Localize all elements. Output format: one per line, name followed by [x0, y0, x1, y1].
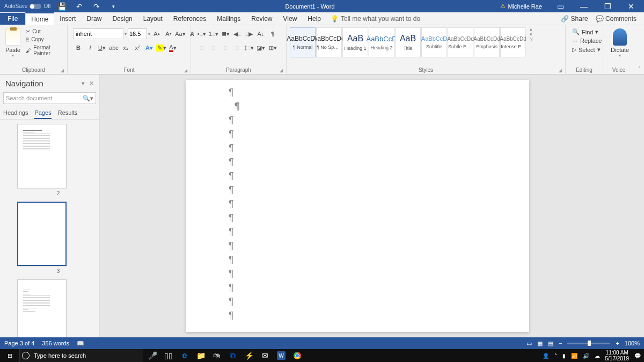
- collapse-ribbon-icon[interactable]: ˄: [634, 25, 644, 74]
- zoom-in-icon[interactable]: +: [616, 340, 619, 346]
- style-heading-2[interactable]: AaBbCcDHeading 2: [369, 27, 394, 57]
- tray-up-icon[interactable]: ˄: [554, 353, 557, 359]
- styles-launcher-icon[interactable]: ◢: [559, 68, 562, 73]
- underline-button[interactable]: U▾: [97, 42, 107, 53]
- style-subtle-em-[interactable]: AaBbCcDdSubtle Em...: [448, 27, 473, 57]
- cut-button[interactable]: ✂Cut: [26, 28, 63, 34]
- autosave-toggle[interactable]: AutoSave Off: [4, 3, 51, 9]
- font-launcher-icon[interactable]: ◢: [184, 68, 187, 73]
- store-icon[interactable]: 🛍: [211, 350, 222, 361]
- bold-button[interactable]: B: [73, 42, 84, 53]
- justify-button[interactable]: ≡: [232, 42, 243, 53]
- zoom-out-icon[interactable]: −: [559, 340, 562, 346]
- tab-draw[interactable]: Draw: [81, 13, 107, 25]
- redo-icon[interactable]: ↷: [91, 1, 103, 12]
- maximize-icon[interactable]: ❐: [597, 1, 618, 12]
- edge-icon[interactable]: e: [179, 350, 190, 361]
- style-heading-1[interactable]: AaBHeading 1: [342, 27, 368, 57]
- nav-tab-headings[interactable]: Headings: [3, 107, 28, 119]
- select-button[interactable]: ▷Select ▾: [572, 46, 602, 53]
- share-button[interactable]: 🔗 Share: [561, 15, 588, 23]
- lightning-icon[interactable]: ⚡: [244, 350, 254, 361]
- page-thumbnail[interactable]: [17, 279, 67, 337]
- chrome-icon[interactable]: [292, 350, 303, 361]
- tab-design[interactable]: Design: [107, 13, 137, 25]
- decrease-indent-button[interactable]: ◀≡: [232, 28, 243, 39]
- notifications-icon[interactable]: 💬: [634, 353, 641, 359]
- format-painter-button[interactable]: 🖌Format Painter: [26, 45, 63, 56]
- borders-button[interactable]: ⊞▾: [267, 42, 278, 53]
- styles-scroll-down-icon[interactable]: ▾: [530, 32, 533, 37]
- volume-icon[interactable]: 🔊: [583, 353, 589, 359]
- taskbar-search[interactable]: Type here to search: [19, 349, 143, 362]
- close-icon[interactable]: ✕: [620, 1, 642, 12]
- superscript-button[interactable]: x²: [132, 42, 143, 53]
- line-spacing-button[interactable]: ‡≡▾: [244, 42, 254, 53]
- tab-mailings[interactable]: Mailings: [211, 13, 246, 25]
- highlight-button[interactable]: ✎▾: [156, 42, 166, 53]
- style-emphasis[interactable]: AaBbCcDdEmphasis: [474, 27, 500, 57]
- font-color-button[interactable]: A▾: [167, 42, 178, 53]
- style--no-spac-[interactable]: AaBbCcDd¶ No Spac...: [316, 27, 342, 57]
- styles-more-icon[interactable]: ⊻: [530, 37, 533, 42]
- people-icon[interactable]: 👤: [543, 353, 549, 359]
- tab-references[interactable]: References: [168, 13, 211, 25]
- start-button[interactable]: ⊞: [0, 349, 19, 362]
- undo-icon[interactable]: ↶: [74, 1, 85, 12]
- paragraph-launcher-icon[interactable]: ◢: [280, 68, 283, 73]
- strikethrough-button[interactable]: abc: [108, 42, 119, 53]
- nav-search-input[interactable]: Search document 🔍▾: [3, 92, 96, 104]
- onedrive-icon[interactable]: ☁: [595, 353, 600, 359]
- change-case-button[interactable]: Aa▾: [175, 28, 186, 39]
- styles-scroll-up-icon[interactable]: ▴: [530, 26, 533, 32]
- copy-button[interactable]: ⎘Copy: [26, 36, 63, 42]
- text-effects-button[interactable]: A▾: [144, 42, 155, 53]
- find-button[interactable]: 🔍Find ▾: [572, 28, 602, 35]
- wifi-icon[interactable]: 📶: [571, 353, 577, 359]
- dictate-button[interactable]: Dictate ▾: [605, 26, 634, 60]
- read-mode-icon[interactable]: ▭: [526, 340, 532, 347]
- bullets-button[interactable]: •≡▾: [196, 28, 207, 39]
- font-name-input[interactable]: [73, 28, 123, 39]
- style-subtitle[interactable]: AaBbCcDSubtitle: [421, 27, 447, 57]
- nav-tab-results[interactable]: Results: [58, 107, 78, 119]
- dropbox-icon[interactable]: ⧉: [228, 350, 238, 361]
- increase-indent-button[interactable]: ≡▶: [244, 28, 254, 39]
- ribbon-options-icon[interactable]: ▭: [550, 1, 571, 12]
- zoom-slider[interactable]: [567, 343, 610, 344]
- nav-close-icon[interactable]: ✕: [89, 80, 94, 87]
- customize-qat-icon[interactable]: ▾: [108, 1, 120, 12]
- align-left-button[interactable]: ≡: [196, 42, 207, 53]
- multilevel-button[interactable]: ≣▾: [220, 28, 231, 39]
- subscript-button[interactable]: x₂: [120, 42, 131, 53]
- tab-home[interactable]: Home: [25, 12, 54, 25]
- zoom-level[interactable]: 100%: [625, 340, 640, 346]
- tab-view[interactable]: View: [278, 13, 303, 25]
- page-thumbnail[interactable]: [17, 124, 67, 188]
- web-layout-icon[interactable]: ▤: [548, 340, 553, 347]
- save-icon[interactable]: 💾: [56, 1, 68, 12]
- tell-me-search[interactable]: 💡 Tell me what you want to do: [331, 15, 420, 23]
- align-right-button[interactable]: ≡: [220, 42, 231, 53]
- tab-layout[interactable]: Layout: [138, 13, 168, 25]
- battery-icon[interactable]: ▮: [562, 353, 566, 359]
- nav-tab-pages[interactable]: Pages: [34, 107, 51, 119]
- document-area[interactable]: ¶ ¶̄ ¶¶¶ ¶¶¶ ¶¶¶ ¶¶¶ ¶¶¶: [100, 75, 644, 337]
- word-count[interactable]: 356 words: [42, 340, 69, 346]
- mic-icon[interactable]: 🎤: [147, 350, 158, 361]
- tab-insert[interactable]: Insert: [54, 13, 81, 25]
- style--normal[interactable]: AaBbCcDd¶ Normal: [290, 27, 316, 57]
- explorer-icon[interactable]: 📁: [195, 350, 206, 361]
- font-size-input[interactable]: [128, 28, 147, 39]
- page-thumbnail[interactable]: [17, 202, 67, 266]
- shading-button[interactable]: ◪▾: [255, 42, 266, 53]
- style-title[interactable]: AaBTitle: [395, 27, 421, 57]
- shrink-font-button[interactable]: A▾: [163, 28, 174, 39]
- comments-button[interactable]: 💬 Comments: [596, 15, 636, 23]
- tab-file[interactable]: File: [0, 13, 25, 25]
- page-indicator[interactable]: Page 3 of 4: [4, 340, 34, 346]
- align-center-button[interactable]: ≡: [208, 42, 219, 53]
- clipboard-launcher-icon[interactable]: ◢: [61, 68, 64, 73]
- tab-help[interactable]: Help: [302, 13, 326, 25]
- task-view-icon[interactable]: ▯▯: [163, 350, 174, 361]
